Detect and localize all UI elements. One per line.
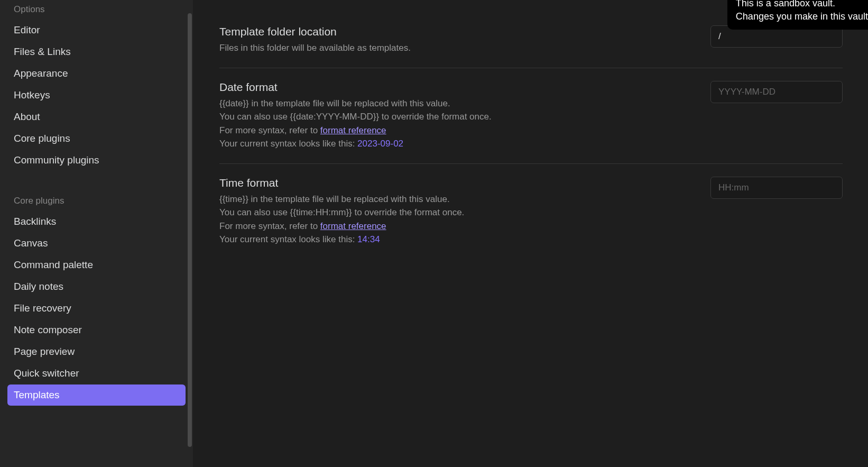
date-syntax-preview: 2023-09-02 <box>357 139 403 149</box>
sidebar-item-templates[interactable]: Templates <box>7 384 186 406</box>
sidebar-item-core-plugins[interactable]: Core plugins <box>7 128 186 149</box>
time-format-input[interactable] <box>710 177 843 199</box>
settings-sidebar: Options Editor Files & Links Appearance … <box>0 0 193 467</box>
sidebar-item-daily-notes[interactable]: Daily notes <box>7 276 186 297</box>
sandbox-notice: This is a sandbox vault. Changes you mak… <box>727 0 868 30</box>
desc-line: You can also use {{time:HH:mm}} to overr… <box>219 206 689 219</box>
desc-line: For more syntax, refer to format referen… <box>219 219 689 233</box>
settings-content: This is a sandbox vault. Changes you mak… <box>193 0 868 467</box>
desc-line: {{time}} in the template file will be re… <box>219 193 689 206</box>
setting-description: {{date}} in the template file will be re… <box>219 97 689 151</box>
section-header-options: Options <box>7 0 186 19</box>
format-reference-link[interactable]: format reference <box>320 125 386 135</box>
desc-line: You can also use {{date:YYYY-MM-DD}} to … <box>219 110 689 124</box>
sidebar-item-note-composer[interactable]: Note composer <box>7 319 186 341</box>
sidebar-item-page-preview[interactable]: Page preview <box>7 341 186 362</box>
setting-info: Template folder location Files in this f… <box>219 25 710 55</box>
sidebar-item-hotkeys[interactable]: Hotkeys <box>7 85 186 106</box>
date-format-input[interactable] <box>710 81 843 103</box>
sidebar-item-appearance[interactable]: Appearance <box>7 63 186 84</box>
desc-line: For more syntax, refer to format referen… <box>219 124 689 138</box>
setting-info: Date format {{date}} in the template fil… <box>219 81 710 151</box>
desc-line: Your current syntax looks like this: 202… <box>219 137 689 151</box>
sidebar-item-community-plugins[interactable]: Community plugins <box>7 150 186 171</box>
desc-line: {{date}} in the template file will be re… <box>219 97 689 111</box>
setting-template-folder: Template folder location Files in this f… <box>219 25 843 68</box>
sidebar-item-quick-switcher[interactable]: Quick switcher <box>7 363 186 384</box>
sidebar-item-files-links[interactable]: Files & Links <box>7 41 186 62</box>
time-syntax-preview: 14:34 <box>357 234 380 244</box>
setting-control <box>710 81 843 103</box>
format-reference-link[interactable]: format reference <box>320 221 386 231</box>
sidebar-item-file-recovery[interactable]: File recovery <box>7 298 186 319</box>
setting-date-format: Date format {{date}} in the template fil… <box>219 81 843 164</box>
setting-name: Date format <box>219 81 689 94</box>
setting-description: {{time}} in the template file will be re… <box>219 193 689 246</box>
sandbox-notice-line2: Changes you make in this vault <box>736 10 868 23</box>
setting-description: Files in this folder will be available a… <box>219 41 689 55</box>
sidebar-scrollbar[interactable] <box>188 13 192 447</box>
setting-info: Time format {{time}} in the template fil… <box>219 177 710 246</box>
sidebar-item-canvas[interactable]: Canvas <box>7 233 186 254</box>
setting-time-format: Time format {{time}} in the template fil… <box>219 177 843 259</box>
sidebar-item-about[interactable]: About <box>7 106 186 127</box>
sidebar-item-backlinks[interactable]: Backlinks <box>7 211 186 232</box>
setting-control <box>710 177 843 199</box>
sandbox-notice-line1: This is a sandbox vault. <box>736 0 868 10</box>
desc-line: Your current syntax looks like this: 14:… <box>219 233 689 246</box>
setting-name: Template folder location <box>219 25 689 38</box>
sidebar-item-editor[interactable]: Editor <box>7 20 186 41</box>
setting-name: Time format <box>219 177 689 189</box>
sidebar-item-command-palette[interactable]: Command palette <box>7 254 186 276</box>
section-header-core-plugins: Core plugins <box>7 191 186 210</box>
